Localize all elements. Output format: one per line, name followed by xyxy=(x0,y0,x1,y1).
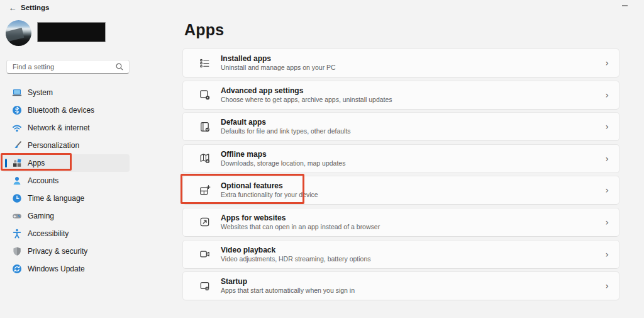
chevron-right-icon: › xyxy=(605,218,609,227)
chevron-right-icon: › xyxy=(605,59,609,67)
chevron-right-icon: › xyxy=(605,122,609,131)
network-icon xyxy=(12,123,22,133)
account-header[interactable] xyxy=(6,20,131,47)
chevron-right-icon: › xyxy=(605,91,609,99)
chevron-right-icon: › xyxy=(605,154,609,163)
sidebar-nav: System Bluetooth & devices Network & int… xyxy=(0,84,135,278)
sidebar-item-privacy-security[interactable]: Privacy & security xyxy=(2,242,130,260)
card-apps-for-websites[interactable]: Apps for websites Websites that can open… xyxy=(182,208,619,237)
search-input[interactable] xyxy=(7,63,115,71)
back-button[interactable]: ← xyxy=(6,2,19,13)
sidebar-item-personalization[interactable]: Personalization xyxy=(2,137,130,154)
card-title: Optional features xyxy=(221,181,318,190)
card-subtitle: Defaults for file and link types, other … xyxy=(221,127,351,135)
chevron-right-icon: › xyxy=(605,250,609,259)
apps-for-websites-icon xyxy=(199,216,211,228)
card-title: Startup xyxy=(221,277,355,286)
bluetooth-icon xyxy=(12,105,22,115)
card-title: Default apps xyxy=(221,118,351,127)
sidebar-item-bluetooth-devices[interactable]: Bluetooth & devices xyxy=(2,101,130,119)
optional-features-icon xyxy=(199,185,211,196)
card-title: Apps for websites xyxy=(221,213,380,222)
minimize-button[interactable] xyxy=(619,1,630,10)
settings-window: ← Settings System Bluetooth & devices Ne… xyxy=(0,0,644,318)
sidebar-item-gaming[interactable]: Gaming xyxy=(2,207,130,225)
privacy-security-icon xyxy=(12,246,22,256)
card-title: Video playback xyxy=(221,246,371,254)
apps-icon xyxy=(12,158,22,168)
card-offline-maps[interactable]: Offline maps Downloads, storage location… xyxy=(182,144,619,173)
card-subtitle: Downloads, storage location, map updates xyxy=(221,159,345,168)
chevron-right-icon: › xyxy=(605,281,609,290)
accessibility-icon xyxy=(12,229,22,239)
installed-apps-icon xyxy=(199,57,211,69)
video-playback-icon xyxy=(199,248,211,260)
card-subtitle: Uninstall and manage apps on your PC xyxy=(221,64,336,72)
card-startup[interactable]: Startup Apps that start automatically wh… xyxy=(182,271,619,300)
card-subtitle: Choose where to get apps, archive apps, … xyxy=(221,96,392,104)
card-subtitle: Websites that can open in an app instead… xyxy=(221,223,380,231)
offline-maps-icon xyxy=(199,152,211,164)
sidebar-item-accessibility[interactable]: Accessibility xyxy=(2,225,130,242)
minimize-icon xyxy=(622,5,628,6)
page-title: Apps xyxy=(184,21,224,39)
user-avatar xyxy=(6,20,31,46)
card-subtitle: Apps that start automatically when you s… xyxy=(221,287,355,295)
sidebar-item-accounts[interactable]: Accounts xyxy=(2,172,130,190)
redacted-user-name xyxy=(37,22,106,42)
advanced-app-settings-icon xyxy=(199,89,211,101)
startup-icon xyxy=(199,280,211,292)
card-subtitle: Extra functionality for your device xyxy=(221,191,318,199)
card-optional-features[interactable]: Optional features Extra functionality fo… xyxy=(182,176,619,205)
card-advanced-app-settings[interactable]: Advanced app settings Choose where to ge… xyxy=(182,81,619,110)
time-language-icon xyxy=(12,193,22,203)
card-subtitle: Video adjustments, HDR streaming, batter… xyxy=(221,255,371,263)
settings-card-list: Installed apps Uninstall and manage apps… xyxy=(182,48,619,304)
chevron-right-icon: › xyxy=(605,186,609,195)
default-apps-icon xyxy=(199,121,211,133)
sidebar-item-windows-update[interactable]: Windows Update xyxy=(2,260,130,278)
windows-update-icon xyxy=(12,264,22,274)
accounts-icon xyxy=(12,176,22,186)
card-title: Installed apps xyxy=(221,54,336,63)
card-default-apps[interactable]: Default apps Defaults for file and link … xyxy=(182,112,619,141)
card-video-playback[interactable]: Video playback Video adjustments, HDR st… xyxy=(182,240,619,269)
sidebar-item-apps[interactable]: Apps xyxy=(2,154,130,172)
window-title: Settings xyxy=(21,4,49,11)
sidebar-item-network-internet[interactable]: Network & internet xyxy=(2,119,130,137)
search-box[interactable] xyxy=(6,60,130,74)
card-title: Advanced app settings xyxy=(221,86,392,95)
sidebar-item-system[interactable]: System xyxy=(2,84,130,101)
gaming-icon xyxy=(12,211,22,221)
card-title: Offline maps xyxy=(221,150,345,159)
sidebar-item-time-language[interactable]: Time & language xyxy=(2,190,130,207)
card-installed-apps[interactable]: Installed apps Uninstall and manage apps… xyxy=(182,48,619,77)
system-icon xyxy=(12,88,22,98)
personalization-icon xyxy=(12,140,22,150)
search-icon xyxy=(115,62,124,71)
